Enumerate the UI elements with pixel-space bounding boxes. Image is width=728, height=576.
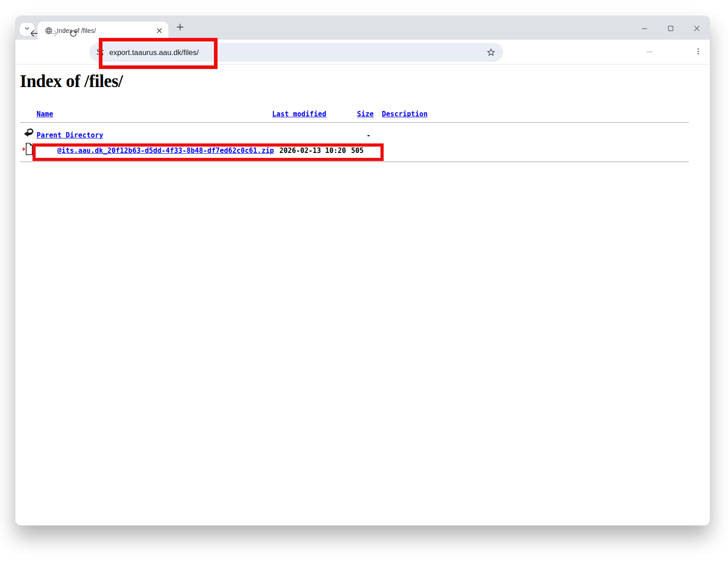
horizontal-rule xyxy=(20,122,689,123)
desktop-background: Index of /files/ xyxy=(0,0,728,576)
directory-listing: Name Last modified Size Description Pare… xyxy=(15,16,710,196)
column-header-name[interactable]: Name xyxy=(37,110,53,118)
back-arrow-icon xyxy=(23,127,36,140)
zip-file-size: 505 xyxy=(351,147,364,155)
zip-file-link[interactable]: @its.aau.dk_20f12b63-d5dd-4f33-8b48-df7e… xyxy=(57,147,274,155)
zip-file-last-modified: 2026-02-13 10:20 xyxy=(279,147,346,155)
column-header-description[interactable]: Description xyxy=(382,110,428,118)
compressed-file-icon xyxy=(23,142,35,158)
browser-window: Index of /files/ xyxy=(15,16,710,525)
parent-directory-link[interactable]: Parent Directory xyxy=(37,131,103,139)
parent-directory-size: - xyxy=(366,131,371,139)
horizontal-rule xyxy=(20,161,689,162)
column-header-last-modified[interactable]: Last modified xyxy=(272,110,326,118)
column-header-size[interactable]: Size xyxy=(357,110,374,118)
